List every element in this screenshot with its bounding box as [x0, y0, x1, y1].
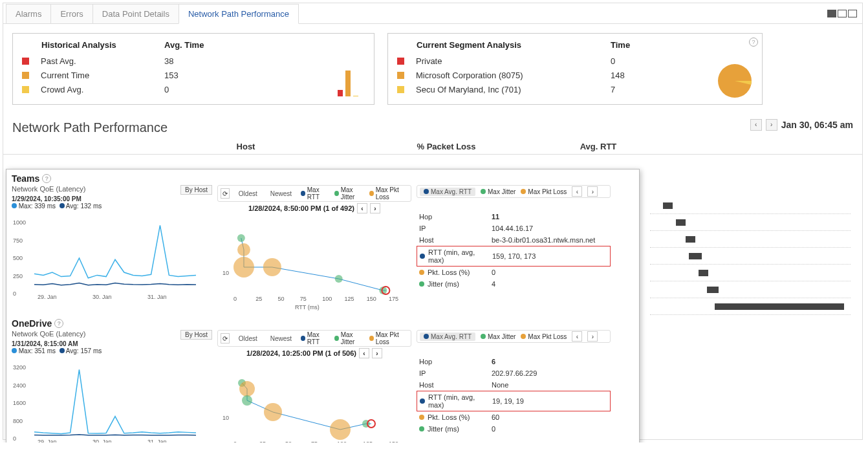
detail-ip: 104.44.16.17	[492, 224, 608, 232]
maximize-icon[interactable]	[848, 10, 857, 17]
detail-prev-button[interactable]: ‹	[572, 331, 582, 342]
minimize-icon[interactable]	[827, 10, 836, 17]
restore-icon[interactable]	[838, 10, 847, 17]
svg-text:2400: 2400	[13, 382, 26, 389]
scatter-pane: ⟳ Oldest Newest Max RTT Max Jitter Max P…	[217, 185, 411, 308]
max-avg-rtt-button[interactable]: Max Avg. RTT	[431, 333, 472, 340]
scatter-prev-button[interactable]: ‹	[359, 348, 369, 358]
legend-swatch	[397, 86, 404, 93]
svg-point-24	[233, 257, 254, 278]
row-label: Secu Of Maryland, Inc (701)	[416, 85, 521, 94]
scatter-pane: ⟳ Oldest Newest Max RTT Max Jitter Max P…	[217, 330, 411, 442]
col-pkt: % Packet Loss	[359, 142, 534, 151]
tab-network-path-performance[interactable]: Network Path Performance	[179, 4, 299, 24]
svg-rect-1	[345, 71, 351, 96]
svg-text:1600: 1600	[13, 400, 26, 406]
newest-button[interactable]: Newest	[266, 190, 296, 198]
svg-text:175: 175	[389, 296, 398, 302]
tab-data-point-details[interactable]: Data Point Details	[92, 4, 179, 23]
row-label: Microsoft Corporation (8075)	[416, 71, 523, 80]
svg-point-49	[264, 403, 282, 421]
detail-prev-button[interactable]: ‹	[572, 186, 582, 197]
segment-analysis-card: ? Current Segment AnalysisTime Private0M…	[387, 33, 763, 105]
time-prev-button[interactable]: ‹	[750, 119, 762, 131]
svg-text:100: 100	[337, 441, 347, 442]
detail-jitter: 0	[492, 425, 608, 433]
detail-pane: Max Avg. RTT Max Jitter Max Pkt Loss ‹ ›…	[417, 185, 611, 308]
seg-pie-chart	[715, 61, 754, 100]
row-label: Past Avg.	[41, 56, 76, 66]
svg-text:30. Jan: 30. Jan	[92, 439, 112, 442]
svg-text:150: 150	[389, 441, 398, 442]
detail-jitter: 4	[492, 280, 608, 288]
row-value: 148	[611, 71, 625, 80]
by-host-button[interactable]: By Host	[180, 185, 212, 195]
scatter-next-button[interactable]: ›	[370, 203, 380, 213]
oldest-button[interactable]: Oldest	[235, 190, 261, 198]
svg-text:30. Jan: 30. Jan	[92, 294, 112, 300]
help-icon[interactable]: ?	[42, 174, 51, 183]
svg-text:1000: 1000	[13, 219, 26, 226]
time-next-button[interactable]: ›	[766, 119, 777, 131]
svg-text:29. Jan: 29. Jan	[38, 439, 57, 442]
avg-rtt-gantt	[650, 197, 851, 315]
svg-text:800: 800	[13, 418, 23, 424]
tab-bar: Alarms Errors Data Point Details Network…	[3, 3, 862, 24]
detail-host: be-3-0.ibr01.osa31.ntwk.msn.net	[492, 236, 608, 244]
oldest-button[interactable]: Oldest	[235, 334, 261, 343]
svg-rect-0	[338, 90, 343, 96]
latency-line-chart: 0250500750100029. Jan30. Jan31. Jan	[12, 210, 206, 300]
svg-text:3200: 3200	[13, 364, 26, 371]
row-value: 0	[611, 56, 615, 66]
max-jitter-button[interactable]: Max Jitter	[488, 333, 515, 340]
detail-pkt: 60	[492, 413, 608, 421]
latency-line-chart: 080016002400320029. Jan30. Jan31. Jan	[12, 354, 206, 442]
max-avg-rtt-button[interactable]: Max Avg. RTT	[431, 188, 472, 195]
hist-title: Historical Analysis	[22, 40, 164, 50]
tab-alarms[interactable]: Alarms	[6, 4, 51, 23]
detail-hop: 6	[492, 358, 608, 365]
by-host-button[interactable]: By Host	[180, 330, 212, 340]
row-value: 153	[164, 71, 179, 80]
legend-swatch	[397, 72, 404, 79]
legend-swatch	[22, 58, 29, 65]
svg-text:31. Jan: 31. Jan	[147, 294, 167, 300]
svg-text:75: 75	[300, 296, 307, 302]
detail-host: None	[492, 381, 608, 389]
help-icon[interactable]: ?	[54, 319, 63, 328]
help-icon[interactable]: ?	[749, 38, 758, 47]
scatter-next-button[interactable]: ›	[372, 348, 382, 358]
svg-text:0: 0	[233, 441, 237, 442]
tab-errors[interactable]: Errors	[50, 4, 92, 23]
refresh-icon[interactable]: ⟳	[221, 333, 230, 344]
max-pkt-loss-button[interactable]: Max Pkt Loss	[528, 188, 567, 195]
svg-text:75: 75	[311, 441, 318, 442]
svg-text:31. Jan: 31. Jan	[147, 439, 167, 442]
svg-text:29. Jan: 29. Jan	[38, 294, 57, 300]
max-jitter-button[interactable]: Max Jitter	[488, 188, 515, 195]
seg-col2: Time	[611, 40, 630, 50]
col-rtt: Avg. RTT	[534, 142, 663, 151]
detail-overlay: Teams? Network QoE (Latency) By Host 1/2…	[6, 169, 640, 442]
latency-pane: Network QoE (Latency) By Host 1/31/2024,…	[12, 330, 212, 442]
svg-point-23	[237, 243, 250, 256]
svg-point-26	[335, 275, 343, 283]
detail-pkt: 0	[492, 268, 608, 276]
chart-stats: Max: 351 ms Avg: 157 ms	[12, 347, 212, 354]
svg-text:250: 250	[13, 273, 23, 279]
detail-rtt: 19, 19, 19	[492, 397, 607, 405]
row-label: Private	[416, 56, 442, 66]
detail-next-button[interactable]: ›	[587, 331, 598, 342]
svg-text:500: 500	[13, 255, 23, 261]
svg-rect-2	[353, 96, 358, 96]
timestamp: Jan 30, 06:45 am	[781, 120, 853, 130]
scatter-prev-button[interactable]: ‹	[357, 203, 367, 213]
column-headers: Host % Packet Loss Avg. RTT	[3, 139, 862, 155]
row-value: 7	[611, 85, 615, 94]
svg-point-50	[330, 419, 351, 440]
newest-button[interactable]: Newest	[266, 334, 296, 343]
max-pkt-loss-button[interactable]: Max Pkt Loss	[528, 333, 567, 340]
main-panel: Alarms Errors Data Point Details Network…	[3, 3, 863, 440]
refresh-icon[interactable]: ⟳	[221, 188, 230, 199]
detail-next-button[interactable]: ›	[587, 186, 598, 197]
